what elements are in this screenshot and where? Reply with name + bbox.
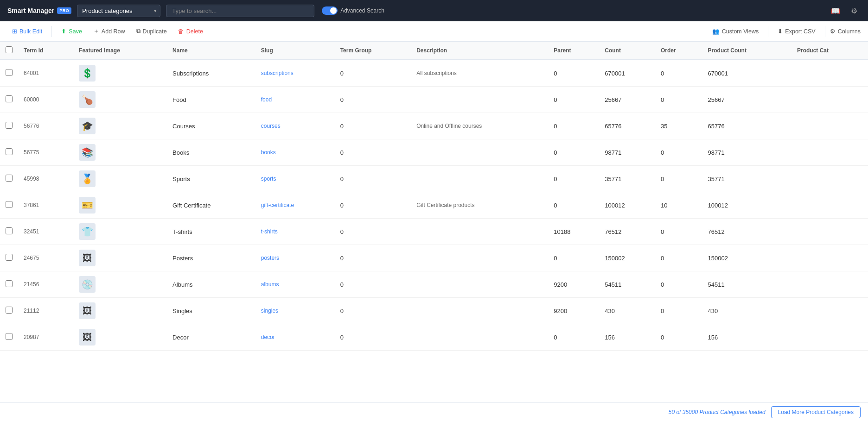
cell-order: 0 xyxy=(655,87,702,113)
bulk-edit-button[interactable]: ⊞ Bulk Edit xyxy=(7,25,47,37)
cell-count: 156 xyxy=(599,324,655,351)
row-checkbox-cell[interactable] xyxy=(0,60,18,87)
cell-count: 65776 xyxy=(599,113,655,139)
cell-slug: posters xyxy=(255,245,335,271)
row-checkbox-cell[interactable] xyxy=(0,245,18,271)
cell-product-count: 76512 xyxy=(702,219,791,245)
cell-name: Subscriptions xyxy=(167,60,255,87)
custom-views-icon: 👥 xyxy=(712,28,720,35)
row-checkbox[interactable] xyxy=(6,227,13,234)
featured-image-thumb: 🎫 xyxy=(79,197,96,214)
save-button[interactable]: ⬆ Save xyxy=(57,25,87,37)
cell-featured-image: 🎓 xyxy=(73,113,167,139)
cell-description xyxy=(411,245,548,271)
row-checkbox-cell[interactable] xyxy=(0,87,18,113)
row-checkbox-cell[interactable] xyxy=(0,271,18,298)
row-checkbox-cell[interactable] xyxy=(0,139,18,166)
cell-term-id: 45998 xyxy=(18,166,73,192)
toolbar: ⊞ Bulk Edit ⬆ Save ＋ Add Row ⧉ Duplicate… xyxy=(0,21,868,42)
cell-term-group: 0 xyxy=(335,166,411,192)
cell-featured-image: 🏅 xyxy=(73,166,167,192)
cell-order: 10 xyxy=(655,192,702,219)
brand-name: Smart Manager xyxy=(7,7,54,14)
toolbar-sep-1 xyxy=(51,26,52,37)
cell-slug: decor xyxy=(255,324,335,351)
cell-term-id: 37861 xyxy=(18,192,73,219)
cell-product-count: 670001 xyxy=(702,60,791,87)
delete-button[interactable]: 🗑 Delete xyxy=(173,26,208,37)
save-label: Save xyxy=(69,28,82,35)
cell-featured-image: 💿 xyxy=(73,271,167,298)
cell-description xyxy=(411,271,548,298)
search-input[interactable] xyxy=(166,5,314,17)
cell-order: 0 xyxy=(655,166,702,192)
duplicate-label: Duplicate xyxy=(143,28,167,35)
duplicate-button[interactable]: ⧉ Duplicate xyxy=(132,25,172,37)
cell-slug: singles xyxy=(255,298,335,324)
cell-parent: 0 xyxy=(548,245,599,271)
row-checkbox[interactable] xyxy=(6,175,13,182)
advanced-search-toggle[interactable] xyxy=(322,6,338,15)
pro-badge: PRO xyxy=(57,7,71,14)
cell-term-id: 64001 xyxy=(18,60,73,87)
row-checkbox-cell[interactable] xyxy=(0,324,18,351)
cell-term-id: 21456 xyxy=(18,271,73,298)
featured-image-thumb: 🖼 xyxy=(79,329,96,346)
row-checkbox[interactable] xyxy=(6,148,13,155)
custom-views-button[interactable]: 👥 Custom Views xyxy=(708,25,764,37)
cell-term-group: 0 xyxy=(335,87,411,113)
cell-name: Singles xyxy=(167,298,255,324)
row-checkbox-cell[interactable] xyxy=(0,192,18,219)
cell-product-count: 156 xyxy=(702,324,791,351)
cell-name: T-shirts xyxy=(167,219,255,245)
book-icon[interactable]: 📖 xyxy=(829,4,842,17)
row-checkbox-cell[interactable] xyxy=(0,298,18,324)
save-icon: ⬆ xyxy=(61,28,66,35)
cell-name: Books xyxy=(167,139,255,166)
cell-slug: food xyxy=(255,87,335,113)
add-row-icon: ＋ xyxy=(93,27,99,35)
cell-term-group: 0 xyxy=(335,245,411,271)
row-checkbox[interactable] xyxy=(6,95,13,102)
row-checkbox[interactable] xyxy=(6,254,13,261)
cell-product-cat xyxy=(791,166,868,192)
cell-count: 670001 xyxy=(599,60,655,87)
cell-order: 0 xyxy=(655,139,702,166)
entity-dropdown-wrapper[interactable]: Product categories Products Orders Custo… xyxy=(77,5,160,17)
cell-order: 0 xyxy=(655,60,702,87)
export-csv-button[interactable]: ⬇ Export CSV xyxy=(773,25,820,37)
columns-button[interactable]: ⚙ Columns xyxy=(830,28,861,35)
navbar: Smart Manager PRO Product categories Pro… xyxy=(0,0,868,21)
toolbar-sep-3 xyxy=(825,26,825,37)
cell-description xyxy=(411,219,548,245)
load-more-button[interactable]: Load More Product Categories xyxy=(771,406,861,418)
row-checkbox-cell[interactable] xyxy=(0,166,18,192)
cell-slug: albums xyxy=(255,271,335,298)
cell-product-cat xyxy=(791,298,868,324)
entity-dropdown[interactable]: Product categories Products Orders Custo… xyxy=(77,5,160,17)
row-checkbox[interactable] xyxy=(6,122,13,129)
cell-parent: 0 xyxy=(548,192,599,219)
select-all-checkbox[interactable] xyxy=(6,46,13,53)
col-product-count: Product Count xyxy=(702,42,791,60)
cell-description: All subscriptions xyxy=(411,60,548,87)
table-row: 56776 🎓 Courses courses 0 Online and Off… xyxy=(0,113,868,139)
gear-icon[interactable]: ⚙ xyxy=(848,4,861,17)
cell-product-cat xyxy=(791,324,868,351)
select-all-header[interactable] xyxy=(0,42,18,60)
row-checkbox[interactable] xyxy=(6,307,13,314)
cell-description xyxy=(411,324,548,351)
cell-slug: books xyxy=(255,139,335,166)
row-checkbox-cell[interactable] xyxy=(0,219,18,245)
cell-term-group: 0 xyxy=(335,192,411,219)
add-row-button[interactable]: ＋ Add Row xyxy=(89,25,130,38)
row-checkbox[interactable] xyxy=(6,201,13,208)
row-checkbox-cell[interactable] xyxy=(0,113,18,139)
cell-featured-image: 🖼 xyxy=(73,298,167,324)
cell-count: 35771 xyxy=(599,166,655,192)
featured-image-thumb: 🎓 xyxy=(79,118,96,134)
row-checkbox[interactable] xyxy=(6,333,13,340)
row-checkbox[interactable] xyxy=(6,69,13,76)
row-checkbox[interactable] xyxy=(6,280,13,287)
cell-parent: 0 xyxy=(548,113,599,139)
